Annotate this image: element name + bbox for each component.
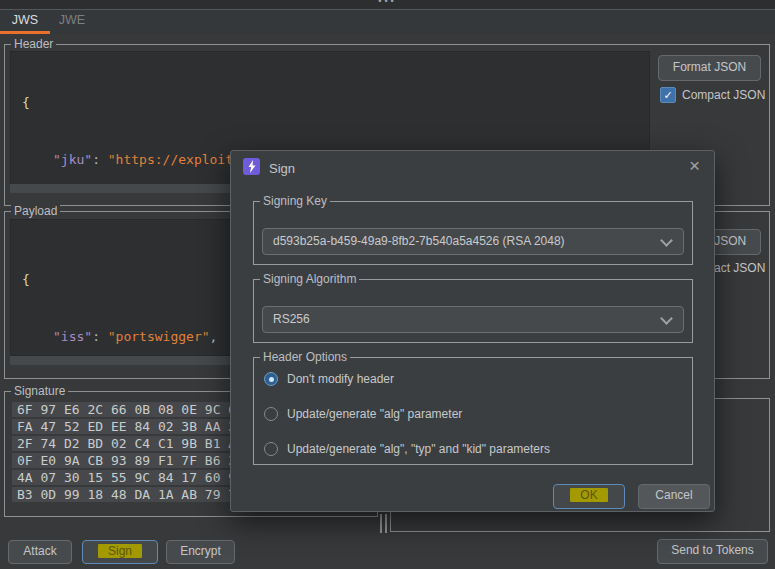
sign-button-label: Sign <box>98 544 142 558</box>
encrypt-button[interactable]: Encrypt <box>166 540 235 564</box>
payload-group-label: Payload <box>11 204 60 218</box>
signing-key-value: d593b25a-b459-49a9-8fb2-7b540a5a4526 (RS… <box>273 234 565 248</box>
radio-label: Update/generate "alg", "typ" and "kid" p… <box>287 442 550 456</box>
dialog-title: Sign <box>269 161 295 176</box>
json-key-iss: "iss" <box>53 329 92 344</box>
radio-label: Don't modify header <box>287 372 394 386</box>
separator: : <box>92 152 108 167</box>
signing-algorithm-group: Signing Algorithm RS256 <box>253 279 693 343</box>
ok-button-label: OK <box>570 488 607 502</box>
horizontal-splitter[interactable]: ••• <box>0 0 775 10</box>
tab-jwe[interactable]: JWE <box>50 10 94 31</box>
signing-key-label: Signing Key <box>260 194 330 208</box>
cancel-button[interactable]: Cancel <box>638 484 710 509</box>
radio-unselected-icon[interactable] <box>264 442 278 456</box>
tab-jws[interactable]: JWS <box>0 10 50 34</box>
chevron-down-icon <box>660 312 673 325</box>
radio-unselected-icon[interactable] <box>264 407 278 421</box>
splitter-drag-handle-icon[interactable]: ••• <box>378 0 396 6</box>
jwt-editor-panel: ••• JWS JWE Header { "jku": "https://exp… <box>0 0 775 569</box>
json-value-iss: "portswigger" <box>108 329 210 344</box>
jwt-editor-bolt-icon <box>243 158 260 175</box>
signing-algorithm-value: RS256 <box>273 312 310 326</box>
signature-group-label: Signature <box>11 384 68 398</box>
header-options-label: Header Options <box>260 350 350 364</box>
brace: { <box>22 272 30 287</box>
sign-dialog: Sign × Signing Key d593b25a-b459-49a9-8f… <box>230 150 715 512</box>
sign-button[interactable]: Sign <box>82 540 158 564</box>
separator: : <box>92 329 108 344</box>
send-to-tokens-button[interactable]: Send to Tokens <box>657 539 768 564</box>
serialization-tabbar: JWS JWE <box>0 10 775 34</box>
radio-update-alg[interactable]: Update/generate "alg" parameter <box>264 407 462 421</box>
vertical-splitter-handle[interactable] <box>380 514 390 533</box>
header-compact-json-row: ✓ Compact JSON <box>660 87 765 103</box>
signing-key-group: Signing Key d593b25a-b459-49a9-8fb2-7b54… <box>253 201 693 265</box>
header-group-label: Header <box>11 37 56 51</box>
header-options-group: Header Options Don't modify header Updat… <box>253 357 693 465</box>
signing-key-select[interactable]: d593b25a-b459-49a9-8fb2-7b540a5a4526 (RS… <box>262 228 684 255</box>
chevron-down-icon <box>660 234 673 247</box>
close-icon[interactable]: × <box>689 155 700 177</box>
signing-algorithm-label: Signing Algorithm <box>260 272 359 286</box>
radio-update-alg-typ-kid[interactable]: Update/generate "alg", "typ" and "kid" p… <box>264 442 550 456</box>
radio-dont-modify-header[interactable]: Don't modify header <box>264 372 394 386</box>
header-compact-json-checkbox[interactable]: ✓ <box>660 87 676 103</box>
signing-algorithm-select[interactable]: RS256 <box>262 306 684 333</box>
trailing-comma: , <box>210 329 218 344</box>
radio-label: Update/generate "alg" parameter <box>287 407 462 421</box>
attack-button[interactable]: Attack <box>8 540 72 564</box>
json-key-jku: "jku" <box>53 152 92 167</box>
ok-button[interactable]: OK <box>553 484 625 509</box>
brace: { <box>22 95 30 110</box>
header-format-json-button[interactable]: Format JSON <box>658 55 761 81</box>
header-compact-json-label: Compact JSON <box>682 88 765 102</box>
radio-selected-icon[interactable] <box>264 372 278 386</box>
